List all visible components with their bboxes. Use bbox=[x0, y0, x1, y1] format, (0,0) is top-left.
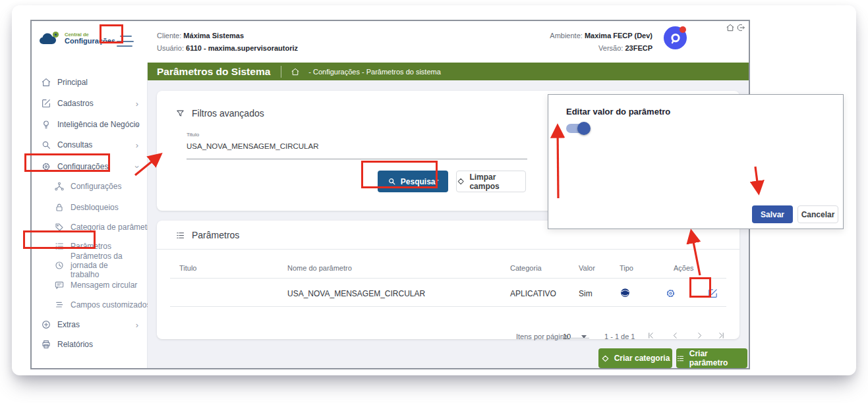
previous-page-icon[interactable] bbox=[671, 331, 680, 340]
diamond-icon bbox=[601, 354, 610, 363]
search-icon bbox=[388, 177, 396, 186]
sidebar-item-relatorios[interactable]: Relatórios bbox=[32, 337, 148, 352]
chevron-right-icon: › bbox=[136, 120, 138, 130]
globe-icon bbox=[620, 287, 631, 298]
edit-icon[interactable] bbox=[707, 288, 718, 299]
sidebar-item-cadastros[interactable]: Cadastros › bbox=[32, 96, 148, 111]
parameters-card: Parâmetros Titulo Nome do parâmetro Cate… bbox=[157, 221, 739, 339]
chevron-down-icon: › bbox=[132, 165, 142, 168]
sidebar-item-categoria-de-parametros[interactable]: Categoria de parâmetros bbox=[32, 220, 148, 234]
divider bbox=[170, 278, 726, 279]
divider bbox=[281, 66, 281, 78]
sidebar-item-inteligencia-de-negocio[interactable]: Inteligência de Negócio › bbox=[32, 117, 148, 132]
column-header-tipo: Tipo bbox=[620, 264, 633, 272]
user-name: 6110 - maxima.supervisorautoriz bbox=[186, 44, 298, 52]
clock-icon bbox=[54, 260, 65, 271]
page-title-bar: Parâmetros do Sistema - Configurações - … bbox=[148, 63, 749, 80]
sidebar-item-consultas[interactable]: Consultas › bbox=[32, 138, 148, 152]
page-title: Parâmetros do Sistema bbox=[157, 66, 270, 78]
column-header-nome: Nome do parâmetro bbox=[287, 264, 352, 272]
edit-parameter-dialog: Editar valor do parâmetro Salvar Cancela… bbox=[548, 94, 844, 229]
plus-circle-icon bbox=[41, 319, 51, 330]
session-info: Cliente: Máxima Sistemas Usuário: 6110 -… bbox=[157, 30, 298, 55]
titulo-field-label: Titulo bbox=[187, 132, 199, 138]
notification-dot bbox=[680, 26, 686, 33]
sidebar: Principal Cadastros › Inteligência de Ne… bbox=[32, 63, 148, 368]
printer-icon bbox=[41, 339, 51, 350]
chat-bubble-icon bbox=[668, 31, 683, 45]
filter-funnel-icon bbox=[175, 109, 185, 119]
diamond-icon bbox=[457, 177, 465, 186]
items-per-page-label: Itens por página bbox=[516, 333, 568, 340]
criar-parametro-button[interactable]: Criar parâmetro bbox=[676, 348, 747, 368]
environment-info: Ambiente: Maxima FECP (Dev) Versão: 23FE… bbox=[550, 30, 652, 55]
app-header: Central de Configurações Cliente: Máxima… bbox=[32, 21, 749, 63]
home-icon[interactable] bbox=[726, 23, 735, 32]
environment-name: Maxima FECP (Dev) bbox=[585, 32, 652, 40]
lightbulb-icon bbox=[41, 119, 51, 130]
titulo-input-underline bbox=[187, 159, 527, 159]
chevron-right-icon: › bbox=[136, 99, 138, 109]
salvar-button[interactable]: Salvar bbox=[752, 205, 793, 223]
toggle-knob bbox=[577, 122, 591, 135]
home-icon[interactable] bbox=[291, 67, 300, 76]
screen-card: Central de Configurações Cliente: Máxima… bbox=[12, 5, 856, 375]
parameter-value-toggle[interactable] bbox=[566, 124, 590, 133]
sidebar-item-configuracoes-sub[interactable]: Configurações bbox=[32, 179, 148, 194]
breadcrumb: - Configurações - Parâmetros do sistema bbox=[308, 68, 441, 76]
column-header-valor: Valor bbox=[579, 264, 595, 272]
limpar-campos-button[interactable]: Limpar campos bbox=[456, 171, 526, 192]
list-icon bbox=[175, 230, 185, 240]
lock-icon bbox=[54, 202, 65, 213]
divider bbox=[560, 338, 589, 338]
message-icon bbox=[54, 280, 65, 290]
logout-icon[interactable] bbox=[736, 23, 745, 32]
divider bbox=[170, 306, 726, 307]
logo-text: Central de Configurações bbox=[65, 32, 115, 45]
sidebar-item-mensagem-circular[interactable]: Mensagem circular bbox=[32, 278, 148, 292]
pencil-square-icon bbox=[41, 98, 51, 109]
first-page-icon[interactable] bbox=[647, 331, 655, 340]
cell-nome: USA_NOVA_MENSAGEM_CIRCULAR bbox=[287, 289, 425, 298]
app-logo[interactable]: Central de Configurações bbox=[38, 30, 115, 47]
criar-categoria-button[interactable]: Criar categoria bbox=[598, 348, 672, 368]
screenshot-stage: Central de Configurações Cliente: Máxima… bbox=[0, 0, 868, 403]
gear-icon bbox=[41, 161, 51, 172]
menu-toggle-button[interactable] bbox=[117, 36, 134, 47]
page-range: 1 - 1 de 1 bbox=[604, 333, 635, 340]
titulo-input[interactable]: USA_NOVA_MENSAGEM_CIRCULAR bbox=[187, 142, 318, 150]
list-icon bbox=[54, 241, 65, 252]
tag-icon bbox=[54, 222, 65, 232]
sidebar-item-principal[interactable]: Principal bbox=[32, 75, 148, 90]
column-header-categoria: Categoria bbox=[510, 264, 542, 272]
chevron-right-icon: › bbox=[136, 140, 138, 150]
sidebar-item-campos-customizados[interactable]: Campos customizados bbox=[32, 298, 148, 312]
gear-icon[interactable] bbox=[665, 288, 676, 299]
org-nodes-icon bbox=[54, 181, 65, 192]
next-page-icon[interactable] bbox=[695, 331, 704, 340]
column-header-titulo: Titulo bbox=[179, 264, 197, 272]
sidebar-item-parametros-jornada[interactable]: Parâmetros da jornada de trabalho bbox=[32, 255, 148, 275]
cell-categoria: APLICATIVO bbox=[510, 289, 556, 298]
stack-icon bbox=[54, 300, 65, 310]
pesquisar-button[interactable]: Pesquisar bbox=[378, 171, 448, 192]
home-icon bbox=[41, 77, 51, 88]
filters-section-header: Filtros avançados bbox=[175, 108, 264, 119]
dialog-title: Editar valor do parâmetro bbox=[566, 107, 670, 117]
cloud-logo-icon bbox=[38, 30, 62, 47]
parameters-section-header: Parâmetros bbox=[175, 230, 239, 240]
column-header-acoes: Ações bbox=[674, 264, 694, 272]
cancelar-button[interactable]: Cancelar bbox=[797, 205, 838, 223]
last-page-icon[interactable] bbox=[717, 331, 726, 340]
sidebar-item-extras[interactable]: Extras › bbox=[32, 317, 148, 332]
list-icon bbox=[676, 354, 685, 363]
items-per-page-select[interactable]: 10 bbox=[563, 333, 571, 340]
cell-valor: Sim bbox=[579, 289, 593, 298]
chat-button[interactable] bbox=[664, 26, 687, 49]
divider bbox=[157, 249, 739, 250]
search-icon bbox=[41, 140, 51, 150]
chevron-right-icon: › bbox=[136, 320, 138, 330]
sidebar-item-desbloqueios[interactable]: Desbloqueios bbox=[32, 200, 148, 215]
version-value: 23FECP bbox=[625, 44, 652, 52]
sidebar-item-configuracoes[interactable]: Configurações › bbox=[32, 159, 148, 174]
